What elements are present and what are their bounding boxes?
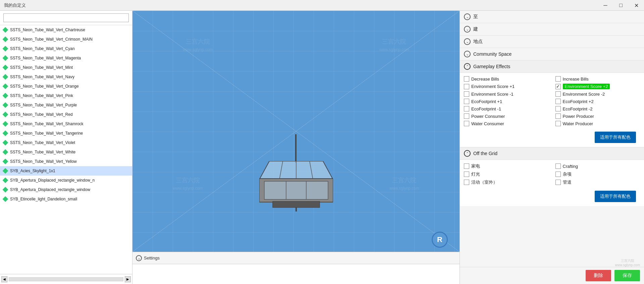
checkbox-box[interactable] (555, 113, 561, 119)
checkbox-box[interactable] (464, 91, 469, 97)
bottom-text-area[interactable] (132, 264, 460, 284)
list-item[interactable]: SSTS_Neon_Tube_Wall_Vert_Cyan (0, 44, 132, 53)
list-item[interactable]: SSTS_Neon_Tube_Wall_Vert_Mint (0, 63, 132, 72)
section-建[interactable]: ⌄ 建 (460, 23, 644, 36)
gameplay-checkbox-item[interactable]: Environment Score -2 (555, 91, 640, 97)
diamond-icon (3, 149, 8, 155)
checkbox-box[interactable] (464, 180, 469, 185)
checkbox-box[interactable] (555, 76, 561, 82)
list-item-label: SYB_Apertura_Displaced_rectangle_window (10, 187, 90, 192)
checkbox-box[interactable] (555, 172, 561, 177)
skylight-svg (259, 161, 333, 211)
list-item-label: SYB_Etincelle_light_Dandelion_small (10, 197, 77, 201)
gameplay-checkbox-item[interactable]: Environment Score +1 (464, 84, 549, 89)
section-gameplay-effects[interactable]: ⌃ Gameplay Effects (460, 60, 644, 73)
list-item-label: SSTS_Neon_Tube_Wall_Vert_White (10, 150, 75, 154)
diamond-icon (3, 187, 8, 192)
diamond-icon (3, 159, 8, 164)
list-item[interactable]: SSTS_Neon_Tube_Wall_Vert_Orange (0, 82, 132, 91)
checkbox-box[interactable] (464, 106, 469, 111)
gameplay-checkbox-item[interactable]: Power Producer (555, 113, 640, 119)
offgrid-checkbox-item[interactable]: Crafting (555, 163, 640, 169)
gameplay-checkbox-item[interactable]: Decrease Bills (464, 76, 549, 82)
gameplay-checkbox-item[interactable]: Water Producer (555, 121, 640, 126)
checkbox-box[interactable]: ✓ (555, 84, 561, 89)
list-item[interactable]: SSTS_Neon_Tube_Wall_Vert_Yellow (0, 157, 132, 166)
list-item[interactable]: SSTS_Neon_Tube_Wall_Vert_White (0, 147, 132, 157)
gameplay-checkbox-item[interactable]: ✓ Environment Score +2 (555, 84, 640, 89)
diamond-icon (3, 65, 8, 70)
list-item[interactable]: SSTS_Neon_Tube_Wall_Vert_Red (0, 110, 132, 119)
apply-gameplay-button[interactable]: 适用于所有配色 (595, 132, 636, 143)
checkbox-label: Water Consumer (471, 121, 504, 126)
checkbox-box[interactable] (464, 76, 469, 82)
list-item[interactable]: SYB_Apertura_Displaced_rectangle_window (0, 185, 132, 194)
close-button[interactable]: ✕ (629, 0, 644, 11)
gameplay-checkbox-item[interactable]: Increase Bills (555, 76, 640, 82)
section-至[interactable]: ⌄ 至 (460, 11, 644, 23)
save-button[interactable]: 保存 (614, 270, 640, 281)
minimize-button[interactable]: ─ (598, 0, 613, 11)
offgrid-checkbox-item[interactable]: 活动（室外） (464, 179, 549, 185)
gameplay-checkbox-item[interactable]: EcoFootprint -2 (555, 106, 640, 111)
list-item[interactable]: SYB_Etincelle_light_Dandelion_small (0, 194, 132, 204)
maximize-button[interactable]: □ (613, 0, 629, 11)
list-item[interactable]: SSTS_Neon_Tube_Wall_Vert_Purple (0, 100, 132, 110)
list-item[interactable]: SSTS_Neon_Tube_Wall_Vert_Pink (0, 91, 132, 100)
list-item[interactable]: SSTS_Neon_Tube_Wall_Vert_Crimson_MAIN (0, 35, 132, 44)
list-item[interactable]: SSTS_Neon_Tube_Wall_Vert_Chartreuse (0, 25, 132, 35)
settings-chevron-icon[interactable]: ⌄ (136, 255, 142, 261)
checkbox-label: 管道 (563, 179, 572, 185)
list-item-label: SSTS_Neon_Tube_Wall_Vert_Orange (10, 84, 79, 89)
scroll-right-button[interactable]: ▶ (125, 276, 131, 282)
offgrid-checkbox-item[interactable]: 家电 (464, 163, 549, 169)
list-item-label: SYB_Apertura_Displaced_rectangle_window_… (10, 178, 95, 183)
checkbox-box[interactable] (555, 91, 561, 97)
checkbox-box[interactable] (555, 180, 561, 185)
offgrid-checkbox-item[interactable]: 管道 (555, 179, 640, 185)
viewport-grid (132, 11, 460, 252)
list-item-label: SSTS_Neon_Tube_Wall_Vert_Red (10, 112, 73, 117)
list-item[interactable]: SSTS_Neon_Tube_Wall_Vert_Shamrock (0, 119, 132, 129)
gameplay-checkbox-item[interactable]: Environment Score -1 (464, 91, 549, 97)
gameplay-checkbox-item[interactable]: Power Consumer (464, 113, 549, 119)
checkbox-box[interactable] (464, 84, 469, 89)
checkbox-box[interactable] (555, 99, 561, 104)
section-地点[interactable]: ⌄ 地点 (460, 36, 644, 48)
section-community-space[interactable]: ⌄ Community Space (460, 48, 644, 60)
gameplay-checkbox-item[interactable]: Water Consumer (464, 121, 549, 126)
checkbox-box[interactable] (555, 121, 561, 126)
checkbox-box[interactable] (555, 106, 561, 111)
checkbox-box[interactable] (555, 163, 561, 169)
checkbox-box[interactable] (464, 163, 469, 169)
list-item[interactable]: SSTS_Neon_Tube_Wall_Vert_Magenta (0, 53, 132, 63)
settings-bar[interactable]: ⌄ Settings (132, 252, 460, 264)
offgrid-checkbox-item[interactable]: 杂项 (555, 171, 640, 177)
right-panel: ⌄ 至 ⌄ 建 ⌄ 地点 ⌄ Community Space ⌃ Gamepla (460, 11, 644, 284)
section-community-space-label: Community Space (473, 51, 512, 57)
checkbox-box[interactable] (464, 172, 469, 177)
apply-offgrid-button[interactable]: 适用于所有配色 (595, 191, 636, 202)
gameplay-checkbox-item[interactable]: EcoFootprint +2 (555, 99, 640, 104)
checkbox-label: Decrease Bills (471, 77, 499, 82)
section-off-the-grid[interactable]: ⌃ Off the Grid (460, 147, 644, 160)
checkbox-box[interactable] (464, 99, 469, 104)
delete-button[interactable]: 删除 (586, 270, 611, 281)
list-item[interactable]: SYB_Apertura_Displaced_rectangle_window_… (0, 176, 132, 185)
chevron-community-space-icon: ⌄ (464, 51, 471, 57)
window-controls: ─ □ ✕ (598, 0, 644, 11)
list-item-label: SSTS_Neon_Tube_Wall_Vert_Shamrock (10, 122, 84, 126)
checkbox-box[interactable] (464, 113, 469, 119)
list-item[interactable]: SSTS_Neon_Tube_Wall_Vert_Navy (0, 72, 132, 82)
gameplay-checkbox-item[interactable]: EcoFootprint -1 (464, 106, 549, 111)
checkbox-box[interactable] (464, 121, 469, 126)
list-item[interactable]: SSTS_Neon_Tube_Wall_Vert_Tangerine (0, 129, 132, 138)
diamond-icon (3, 84, 8, 89)
checkbox-label: EcoFootprint -2 (563, 106, 593, 111)
gameplay-checkbox-item[interactable]: EcoFootprint +1 (464, 99, 549, 104)
list-item[interactable]: SYB_Acies_Skylight_1x1 (0, 166, 132, 176)
offgrid-checkbox-item[interactable]: 灯光 (464, 171, 549, 177)
list-item[interactable]: SSTS_Neon_Tube_Wall_Vert_Violet (0, 138, 132, 147)
search-input[interactable] (3, 13, 129, 22)
scroll-left-button[interactable]: ◀ (1, 276, 7, 282)
